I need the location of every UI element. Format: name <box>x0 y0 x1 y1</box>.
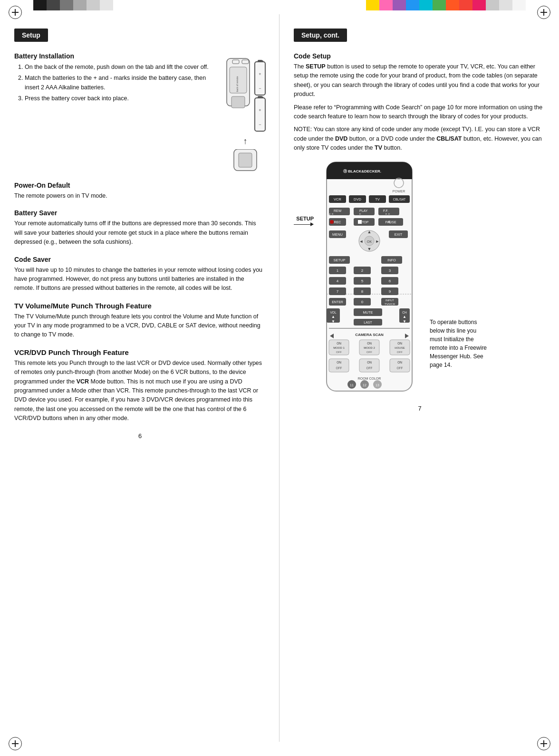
swatch-1 <box>33 0 47 10</box>
svg-text:▼: ▼ <box>403 319 406 324</box>
svg-text:VCR: VCR <box>334 197 341 201</box>
svg-text:F.F.: F.F. <box>383 209 388 212</box>
code-saver-title: Code Saver <box>14 256 266 263</box>
svg-text:SETUP: SETUP <box>333 258 345 262</box>
swatch-r1 <box>366 0 379 10</box>
svg-text:HOUSE: HOUSE <box>395 346 405 349</box>
svg-text:3: 3 <box>389 268 391 273</box>
setup-pointer-arrow <box>310 222 314 226</box>
setup-word: SETUP <box>306 63 326 70</box>
swatch-r2 <box>379 0 393 10</box>
svg-text:▲: ▲ <box>367 230 372 234</box>
svg-text:OFF: OFF <box>336 351 342 354</box>
svg-text:▼: ▼ <box>331 319 335 324</box>
swatch-r12 <box>512 0 526 10</box>
svg-text:DVD: DVD <box>354 197 361 201</box>
setup-pointer: SETUP <box>294 161 314 226</box>
page-container: Setup Battery Installation On the back o… <box>0 14 559 742</box>
remote-container: SETUP Ⓡ B <box>294 161 546 395</box>
battery-img-row: back of remote + − <box>225 57 266 132</box>
svg-text:►: ► <box>359 212 362 215</box>
battery-install-row: On the back of the remote, push down on … <box>14 62 266 173</box>
setup-pointer-label: SETUP <box>296 216 314 221</box>
svg-rect-7 <box>239 153 252 167</box>
svg-text:ON: ON <box>367 342 372 345</box>
svg-text:ON: ON <box>337 342 341 345</box>
freewire-line1: To operate buttons <box>430 319 477 325</box>
svg-text:MOOD 2: MOOD 2 <box>364 346 375 349</box>
swatch-r10 <box>486 0 499 10</box>
swatch-r5 <box>419 0 433 10</box>
remote-back-svg: back of remote <box>225 57 251 110</box>
svg-text:CBL/SAT: CBL/SAT <box>393 198 406 201</box>
freewire-line4: remote into a Freewire <box>430 345 487 351</box>
remote-svg-wrap: Ⓡ BLACK&DECKER. POWER VCR DVD TV CBL/SAT <box>319 161 424 395</box>
svg-text:►►: ►► <box>385 212 391 215</box>
freewire-note: To operate buttons below this line you m… <box>430 318 487 369</box>
svg-text:TV/VCR: TV/VCR <box>385 303 395 306</box>
battery-single-1: + − <box>254 61 266 96</box>
tv-volume-title: TV Volume/Mute Punch Through Feature <box>14 302 266 310</box>
svg-text:6: 6 <box>389 279 391 283</box>
color-bar-right <box>366 0 526 10</box>
svg-text:2: 2 <box>361 268 364 273</box>
svg-text:ENTER: ENTER <box>332 300 343 304</box>
svg-rect-5 <box>231 96 245 108</box>
swatch-6 <box>100 0 113 10</box>
svg-text:back of remote: back of remote <box>236 76 239 92</box>
svg-text:ROOM COLOR: ROOM COLOR <box>358 377 381 380</box>
svg-text:▲: ▲ <box>403 315 406 319</box>
swatch-r4 <box>406 0 419 10</box>
setup-pointer-hr <box>294 224 310 225</box>
left-page-number: 6 <box>14 432 266 440</box>
battery-steps: On the back of the remote, push down on … <box>14 62 220 103</box>
svg-text:⏸: ⏸ <box>387 220 391 224</box>
code-setup-section: Code Setup The SETUP button is used to s… <box>294 52 546 153</box>
freewire-line3: must Initialize the <box>430 336 474 343</box>
svg-text:MENU: MENU <box>332 232 343 237</box>
svg-text:Ⓡ BLACK&DECKER.: Ⓡ BLACK&DECKER. <box>343 169 381 173</box>
svg-text:OK: OK <box>367 240 372 243</box>
swatch-r11 <box>499 0 512 10</box>
right-page-number: 7 <box>294 405 546 412</box>
svg-text:0: 0 <box>361 300 364 304</box>
svg-point-34 <box>330 220 334 224</box>
svg-text:INFO: INFO <box>387 258 396 262</box>
freewire-caption: To operate buttons below this line you m… <box>430 161 487 373</box>
right-column: Setup, cont. Code Setup The SETUP button… <box>280 14 559 742</box>
swatch-r9 <box>472 0 486 10</box>
svg-text:►: ► <box>376 239 380 244</box>
svg-text:TV: TV <box>375 197 380 201</box>
svg-text:MUTE: MUTE <box>363 310 373 315</box>
svg-rect-37 <box>358 220 362 224</box>
battery-step-3: Press the battery cover back into place. <box>25 94 220 103</box>
cblsat-bold: CBL/SAT <box>436 135 462 142</box>
remote-back-illus: back of remote <box>225 57 251 110</box>
code-saver-text: You will have up to 10 minutes to change… <box>14 266 266 293</box>
arrow-up: ↑ <box>243 136 248 146</box>
tv-volume-text: The TV Volume/Mute punch through feature… <box>14 312 266 340</box>
svg-text:ON: ON <box>397 361 402 364</box>
swatch-2 <box>47 0 60 10</box>
code-setup-para2: Please refer to “Programming with Code S… <box>294 103 546 122</box>
right-header: Setup, cont. <box>294 29 347 42</box>
svg-text:◄◄: ◄◄ <box>328 212 334 215</box>
swatch-r8 <box>459 0 472 10</box>
color-bar-left <box>33 0 113 10</box>
svg-text:7: 7 <box>337 289 339 294</box>
battery-images: back of remote + − <box>225 57 266 173</box>
svg-text:5: 5 <box>361 279 364 283</box>
power-on-default-title: Power-On Default <box>14 182 266 189</box>
swatch-r3 <box>393 0 406 10</box>
remote-bottom-svg <box>232 149 259 173</box>
svg-text:PLAY: PLAY <box>359 209 368 212</box>
svg-text:11: 11 <box>350 383 354 387</box>
setup-pointer-line <box>294 222 314 226</box>
battery-installation-section: Battery Installation On the back of the … <box>14 52 266 173</box>
code-setup-title: Code Setup <box>294 52 546 60</box>
swatch-r6 <box>433 0 446 10</box>
code-saver-section: Code Saver You will have up to 10 minute… <box>14 256 266 293</box>
svg-text:◄: ◄ <box>359 239 364 244</box>
svg-text:ON: ON <box>397 342 402 345</box>
svg-text:ON: ON <box>367 361 372 364</box>
